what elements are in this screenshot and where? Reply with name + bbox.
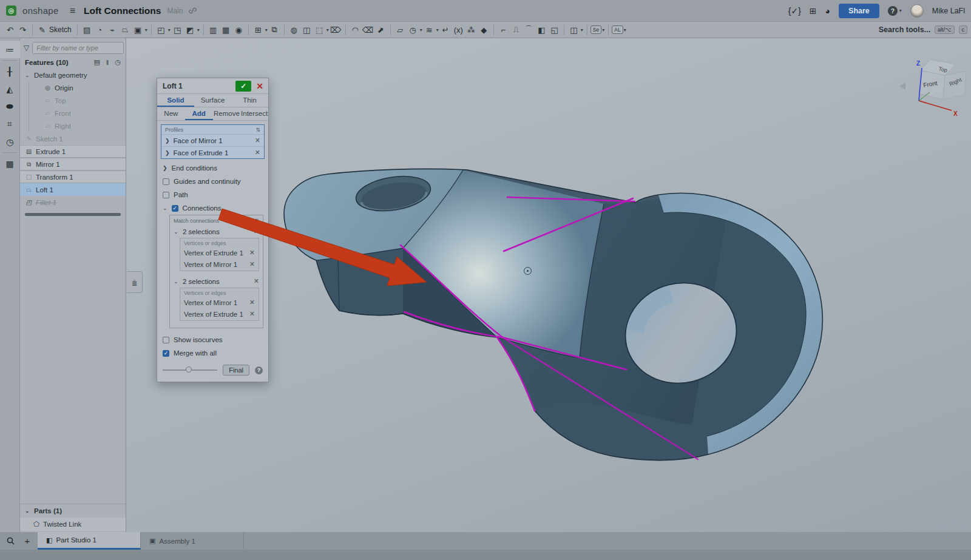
custom-features-icon[interactable]: ◭ (0, 80, 20, 98)
tab-solid[interactable]: Solid (157, 94, 194, 107)
flatten-icon[interactable]: ⎍ (510, 24, 523, 36)
delete-face-icon[interactable]: ⌫ (362, 24, 374, 36)
cancel-button[interactable]: ✕ (256, 81, 265, 91)
feature-item-extrude-1[interactable]: ▤Extrude 1 (20, 145, 126, 158)
feature-item-transform-1[interactable]: ⬚Transform 1 (20, 170, 126, 183)
feature-item-origin[interactable]: ◎Origin (29, 81, 126, 94)
final-button[interactable]: Final (223, 365, 249, 376)
tab-assembly-1[interactable]: ▣Assembly 1 (141, 532, 244, 550)
feature-item-sketch-1[interactable]: ✎Sketch 1 (20, 132, 126, 145)
avatar[interactable] (910, 4, 924, 18)
caret-down-icon[interactable]: ▾ (420, 27, 422, 33)
end-conditions-row[interactable]: ❯ End conditions (157, 161, 268, 175)
remove-selection-icon[interactable]: ✕ (255, 149, 260, 157)
subtab-new[interactable]: New (157, 107, 185, 120)
match-group-header[interactable]: ⌄2 selections✕ (170, 226, 263, 237)
caret-down-icon[interactable]: ▾ (436, 27, 439, 33)
guides-row[interactable]: Guides and continuity (157, 175, 268, 188)
path-checkbox[interactable] (163, 192, 169, 198)
dialog-help-icon[interactable]: ? (255, 366, 263, 374)
viewport-3d-part[interactable] (0, 0, 971, 560)
sketch-label[interactable]: Sketch (49, 25, 72, 34)
merge-checkbox[interactable]: ✓ (163, 350, 169, 357)
subtab-remove[interactable]: Remove (213, 107, 241, 120)
panel-flyout-handle[interactable]: ⌄ ≣ (127, 271, 143, 293)
feature-item-default-geometry[interactable]: ⌄Default geometry (20, 69, 126, 81)
part-item-twisted-link[interactable]: ⬠Twisted Link (20, 518, 126, 531)
caret-down-icon[interactable]: ▾ (145, 27, 147, 33)
chevron-down-icon[interactable]: ⌄ (174, 278, 180, 285)
match-group-header[interactable]: ⌄2 selections✕ (170, 275, 263, 287)
subtab-intersect[interactable]: Intersect (240, 107, 268, 120)
merge-row[interactable]: ✓ Merge with all (157, 346, 268, 360)
apps-grid-icon[interactable]: ⊞ (810, 6, 817, 16)
feature-list-icon[interactable]: ≔ (0, 41, 20, 58)
bom-table-icon[interactable]: ▦ (0, 155, 20, 172)
featurescript-icon[interactable]: {✓} (788, 6, 801, 16)
caret-down-icon[interactable]: ▾ (581, 27, 583, 33)
fillet-icon[interactable]: ◰ (155, 24, 167, 36)
subtab-add[interactable]: Add (185, 107, 213, 120)
remove-group-icon[interactable]: ✕ (254, 277, 259, 285)
history-icon[interactable]: ◷ (0, 133, 20, 150)
folder-add-icon[interactable]: ▤ (93, 58, 100, 66)
remove-selection-icon[interactable]: ✕ (249, 260, 255, 268)
plane-icon[interactable]: ▱ (394, 24, 407, 36)
connections-row[interactable]: ⌄ ✓ Connections (157, 201, 268, 215)
project-curve-icon[interactable]: ↵ (439, 24, 452, 36)
corner-icon[interactable]: ◱ (548, 24, 561, 36)
help-menu[interactable]: ? ▾ (888, 6, 902, 16)
filter-icon[interactable]: ▽ (24, 44, 29, 52)
helix-icon[interactable]: ◷ (407, 24, 419, 36)
tab-part-studio-1[interactable]: ◧Part Studio 1 (38, 532, 141, 550)
view-cube[interactable]: Top Front Right Z X (892, 55, 968, 124)
chevron-down-icon[interactable]: ⌄ (174, 229, 180, 235)
connections-checkbox[interactable]: ✓ (172, 205, 178, 212)
chamfer-icon[interactable]: ◳ (171, 24, 184, 36)
sketch-icon[interactable]: ✎ (36, 24, 49, 36)
learn-cube-icon[interactable]: ⌗ (0, 115, 20, 133)
hamburger-menu-icon[interactable]: ≡ (70, 5, 75, 16)
transform-icon[interactable]: ⬚ (313, 24, 326, 36)
filter-input[interactable] (32, 42, 124, 54)
routing-icon[interactable]: ⁂ (465, 24, 478, 36)
suppress-icon[interactable]: ‖ (106, 59, 109, 66)
sheet-metal-icon[interactable]: ⌐ (497, 24, 510, 36)
draft-icon[interactable]: ◩ (184, 24, 197, 36)
search-tools-label[interactable]: Search tools... (879, 25, 930, 34)
remove-selection-icon[interactable]: ✕ (249, 310, 255, 318)
link-icon[interactable] (189, 7, 197, 15)
feature-item-mirror-1[interactable]: ⧉Mirror 1 (20, 158, 126, 170)
named-views-icon[interactable]: ◫ (567, 24, 580, 36)
workspace-label[interactable]: Main (167, 7, 183, 15)
modify-fillet-icon[interactable]: ◠ (349, 24, 362, 36)
revolve-icon[interactable]: ◔ (93, 24, 106, 36)
feature-item-top[interactable]: ▱Top (29, 94, 126, 107)
confirm-button[interactable]: ✓ (235, 81, 251, 92)
thicken-icon[interactable]: ▣ (132, 24, 144, 36)
match-selection-box[interactable]: Vertices or edgesVertex of Extrude 1✕Ver… (180, 238, 259, 271)
sort-icon[interactable]: ⇅ (255, 127, 260, 133)
tab-thin[interactable]: Thin (231, 94, 268, 107)
configurations-icon[interactable]: ╂ (0, 62, 20, 80)
linear-pattern-icon[interactable]: ⊞ (252, 24, 265, 36)
profiles-selection-box[interactable]: Profiles ⇅ ❯Face of Mirror 1✕❯Face of Ex… (161, 124, 265, 159)
rollback-bar[interactable] (25, 213, 121, 216)
chevron-down-icon[interactable]: ⌄ (25, 72, 31, 78)
loft-icon[interactable]: ⏢ (119, 24, 132, 36)
feature-item-fillet-1[interactable]: ◰Fillet 1 (20, 196, 126, 209)
caret-down-icon[interactable]: ▾ (602, 27, 604, 33)
sort-icon[interactable]: ⇅ (254, 218, 259, 224)
tab-surface[interactable]: Surface (194, 94, 231, 107)
preview-slider[interactable] (163, 369, 217, 371)
caret-down-icon[interactable]: ▾ (168, 27, 171, 33)
rib-icon[interactable]: ▥ (207, 24, 220, 36)
feature-item-loft-1[interactable]: ⏢Loft 1 (20, 183, 126, 196)
add-tab-button[interactable]: + (19, 532, 35, 550)
tag-icon[interactable]: ◆ (478, 24, 490, 36)
remove-selection-icon[interactable]: ✕ (249, 249, 255, 257)
vertex-selection-row[interactable]: Vertex of Mirror 1✕ (180, 297, 259, 308)
boolean-icon[interactable]: ◍ (288, 24, 300, 36)
rollback-icon[interactable]: ◷ (115, 58, 121, 66)
dialog-header[interactable]: Loft 1 ✓ ✕ (157, 78, 268, 94)
